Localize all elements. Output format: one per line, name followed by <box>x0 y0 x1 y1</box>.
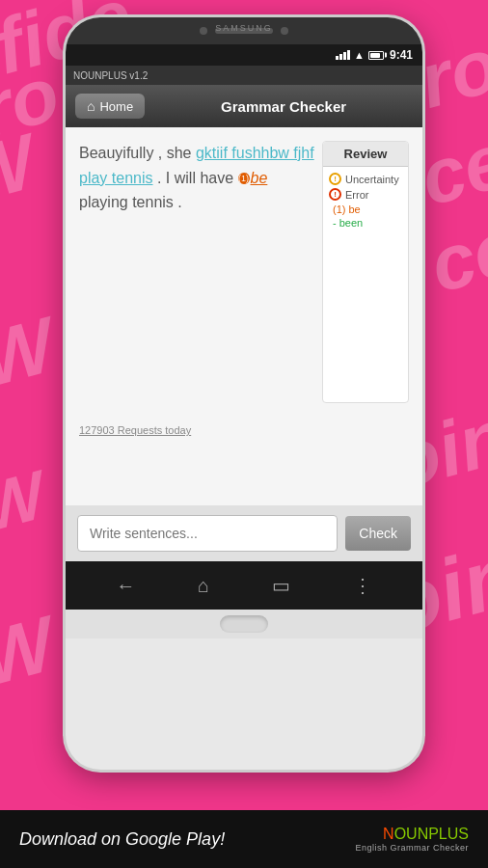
phone-brand: SAMSUNG <box>215 23 273 33</box>
logo-n: N <box>383 826 394 842</box>
signal-bar-1 <box>336 56 339 60</box>
nav-title: Grammar Checker <box>154 98 413 115</box>
logo-wordmark: NOUNPLUS <box>383 826 469 843</box>
phone-camera-right <box>281 27 288 35</box>
error-text[interactable]: be <box>251 170 268 186</box>
home-icon: ⌂ <box>87 98 95 114</box>
input-area: Check <box>66 505 422 561</box>
sentence-normal-1: Beauyifully , she <box>79 145 196 161</box>
banner-logo: NOUNPLUS English Grammar Checker <box>355 826 469 853</box>
phone-camera <box>200 27 207 35</box>
status-time: 9:41 <box>390 48 413 62</box>
content-area: Beauyifully , she gktiif fushhbw fjhf pl… <box>66 127 422 417</box>
status-icons: ▲ <box>336 49 384 61</box>
review-suggestion: (1) be <box>329 203 402 215</box>
error-icon: ! <box>329 188 341 201</box>
check-button[interactable]: Check <box>345 516 411 551</box>
error-badge: (1) <box>238 173 250 184</box>
wifi-icon: ▲ <box>354 49 365 61</box>
phone-screen: ▲ 9:41 NOUNPLUS v1.2 ⌂ Home Grammar Chec… <box>66 44 422 610</box>
banner-download-text: Download on Google Play! <box>19 829 225 850</box>
phone-top-bar: SAMSUNG <box>66 17 422 44</box>
review-error-item: ! Error <box>329 188 402 201</box>
phone-home-physical-button[interactable] <box>220 615 268 633</box>
home-button[interactable]: ⌂ Home <box>75 94 145 119</box>
navigation-bar: ⌂ Home Grammar Checker <box>66 85 422 127</box>
review-header: Review <box>323 142 408 167</box>
app-version: NOUNPLUS v1.2 <box>73 70 148 81</box>
recent-nav-button[interactable]: ▭ <box>258 569 305 602</box>
phone-frame: SAMSUNG ▲ 9:41 NOUNPLUS <box>66 17 422 770</box>
signal-bars <box>336 50 350 60</box>
requests-text: 127903 Requests today <box>79 424 191 436</box>
review-uncertainty-item: ! Uncertainty <box>329 173 402 185</box>
app-header-bar: NOUNPLUS v1.2 <box>66 66 422 85</box>
text-content: Beauyifully , she gktiif fushhbw fjhf pl… <box>79 141 314 403</box>
battery-icon <box>368 51 384 60</box>
signal-bar-2 <box>339 54 342 60</box>
uncertainty-icon: ! <box>329 173 341 185</box>
error-label: Error <box>345 189 368 201</box>
menu-nav-button[interactable]: ⋮ <box>339 569 387 602</box>
requests-line: 127903 Requests today <box>66 417 422 448</box>
content-spacer <box>66 448 422 505</box>
home-label: Home <box>99 99 133 114</box>
review-body: ! Uncertainty ! Error (1) be - been <box>323 167 408 236</box>
review-correction: - been <box>329 217 402 229</box>
bottom-banner: Download on Google Play! NOUNPLUS Englis… <box>0 810 488 868</box>
sentence-input[interactable] <box>77 515 338 552</box>
signal-bar-3 <box>343 52 346 60</box>
home-nav-button[interactable]: ⌂ <box>183 570 224 602</box>
back-nav-button[interactable]: ← <box>101 570 149 602</box>
logo-subtitle: English Grammar Checker <box>355 843 469 853</box>
phone-bottom <box>66 610 422 638</box>
review-panel: Review ! Uncertainty ! Error (1) be - be… <box>322 141 409 403</box>
signal-bar-4 <box>347 50 350 60</box>
uncertainty-label: Uncertainty <box>345 174 399 185</box>
logo-rest: OUNPLUS <box>394 826 469 842</box>
battery-fill <box>370 53 380 58</box>
bottom-navigation: ← ⌂ ▭ ⋮ <box>66 561 422 610</box>
status-bar: ▲ 9:41 <box>66 44 422 66</box>
